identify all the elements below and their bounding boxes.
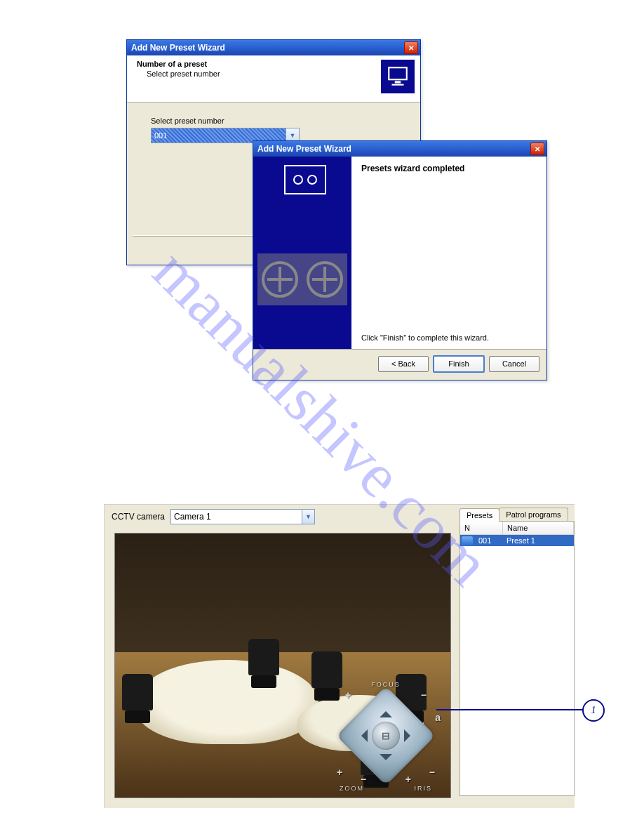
- ptz-iris-label: IRIS: [414, 785, 432, 792]
- back-button[interactable]: < Back: [378, 356, 429, 372]
- window-title: Add New Preset Wizard: [131, 43, 225, 53]
- wizard-completed-heading: Presets wizard completed: [361, 164, 537, 173]
- title-bar[interactable]: Add New Preset Wizard ✕: [253, 141, 546, 157]
- close-icon[interactable]: ✕: [404, 41, 418, 54]
- iris-plus[interactable]: +: [405, 774, 411, 785]
- camera-feed: FOCUS + − a ⊟ + − + − ZOOM IRIS: [114, 533, 451, 798]
- wizard-buttons: < Back Finish Cancel: [253, 349, 546, 378]
- tab-presets[interactable]: Presets: [459, 508, 499, 522]
- preset-number: 001: [474, 535, 502, 546]
- preset-number-value: 001: [152, 131, 167, 140]
- cancel-button[interactable]: Cancel: [489, 356, 539, 372]
- wizard-subheading: Select preset number: [147, 70, 413, 78]
- cctv-panel: CCTV camera Camera 1 ▼ FOCUS + − a: [104, 504, 575, 808]
- chevron-down-icon[interactable]: ▼: [302, 510, 314, 524]
- wizard-header: Number of a preset Select preset number: [127, 55, 420, 102]
- svg-rect-2: [392, 84, 404, 86]
- zoom-minus[interactable]: −: [361, 774, 366, 785]
- preset-name: Preset 1: [502, 535, 574, 546]
- list-header: N Name: [460, 522, 574, 535]
- zoom-plus[interactable]: +: [337, 767, 342, 778]
- ptz-control: FOCUS + − a ⊟ + − + − ZOOM IRIS: [327, 677, 445, 795]
- callout-line: [436, 709, 584, 710]
- preset-row[interactable]: 001 Preset 1: [460, 535, 574, 546]
- title-bar[interactable]: Add New Preset Wizard ✕: [127, 40, 420, 55]
- callout-marker-1: 1: [582, 699, 605, 722]
- tab-patrol-programs[interactable]: Patrol programs: [499, 508, 568, 521]
- close-icon[interactable]: ✕: [530, 143, 544, 155]
- ptz-home[interactable]: ⊟: [372, 722, 400, 750]
- tape-icon-small: [284, 165, 326, 194]
- autofocus-a[interactable]: a: [435, 712, 441, 723]
- presets-list: N Name 001 Preset 1: [459, 522, 575, 796]
- svg-rect-0: [389, 67, 407, 79]
- col-name[interactable]: Name: [503, 522, 574, 534]
- focus-plus[interactable]: +: [345, 689, 351, 701]
- svg-rect-1: [395, 81, 401, 83]
- col-number[interactable]: N: [460, 522, 503, 534]
- wizard-finish-text: Click "Finish" to complete this wizard.: [361, 333, 489, 342]
- window-title: Add New Preset Wizard: [257, 144, 351, 154]
- iris-minus[interactable]: −: [429, 767, 435, 778]
- camera-dropdown[interactable]: Camera 1 ▼: [170, 509, 315, 524]
- focus-minus[interactable]: −: [421, 689, 427, 701]
- ptz-down[interactable]: [380, 754, 392, 767]
- wizard-heading: Number of a preset: [137, 60, 413, 68]
- cctv-camera-label: CCTV camera: [112, 512, 165, 522]
- ptz-up[interactable]: [380, 705, 392, 717]
- presets-tabs-panel: Presets Patrol programs N Name 001 Prese…: [459, 508, 575, 796]
- ptz-right[interactable]: [404, 729, 417, 742]
- ptz-zoom-label: ZOOM: [340, 785, 364, 792]
- dialog-add-preset-completed: Add New Preset Wizard ✕ Presets wizard c…: [253, 140, 547, 380]
- preset-icon: [462, 536, 473, 546]
- select-preset-label: Select preset number: [151, 117, 396, 125]
- wizard-sidebar: [253, 157, 351, 349]
- camera-value: Camera 1: [174, 512, 211, 522]
- monitor-icon: [381, 60, 415, 93]
- ptz-focus-label: FOCUS: [371, 681, 401, 688]
- ptz-left[interactable]: [355, 729, 368, 742]
- tape-icon-large: [257, 253, 347, 305]
- finish-button[interactable]: Finish: [433, 355, 485, 373]
